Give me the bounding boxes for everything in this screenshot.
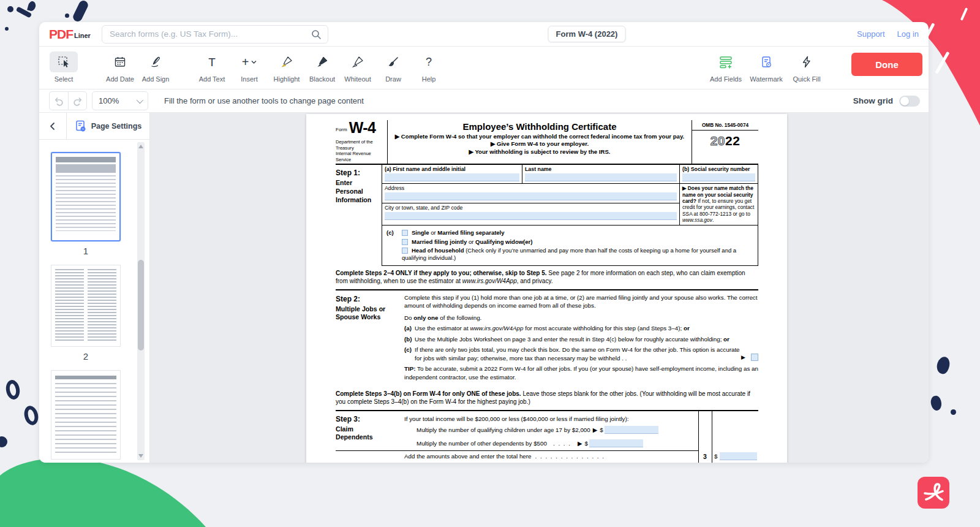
filing-status-married-jointly-checkbox[interactable] bbox=[402, 239, 408, 245]
step2c-label: (c) bbox=[404, 346, 412, 354]
select-tool-button[interactable]: Select bbox=[49, 51, 78, 83]
step3-total-field[interactable] bbox=[720, 452, 757, 460]
decoration-green-blob bbox=[0, 455, 208, 527]
ssn-field[interactable] bbox=[682, 173, 755, 181]
ssa-note: ▶ Does your name match the name on your … bbox=[680, 184, 758, 225]
scroll-up-arrow[interactable] bbox=[138, 145, 143, 148]
page-2-number: 2 bbox=[51, 347, 121, 370]
page-3-thumbnail[interactable] bbox=[51, 370, 121, 460]
step2a-text: Use the estimator at www.irs.gov/W4App f… bbox=[415, 325, 690, 332]
page-2-preview bbox=[55, 269, 116, 343]
undo-button[interactable] bbox=[49, 91, 68, 110]
city-field[interactable] bbox=[385, 212, 677, 220]
quick-fill-button[interactable]: Quick Fill bbox=[789, 51, 824, 83]
zoom-value: 100% bbox=[99, 96, 119, 105]
filing-status-single-checkbox[interactable] bbox=[402, 230, 408, 236]
form-bullet-2: ▶ Give Form W-4 to your employer. bbox=[393, 140, 687, 148]
other-dependents-amount-field[interactable] bbox=[589, 439, 643, 447]
plus-icon: + bbox=[242, 56, 249, 68]
help-button[interactable]: ? Help bbox=[414, 51, 443, 83]
scrollbar-thumb[interactable] bbox=[138, 260, 144, 351]
document-title-badge: Form W-4 (2022) bbox=[548, 26, 626, 42]
filing-status-single-label: Single or Married filing separately bbox=[412, 229, 505, 236]
filing-status-head-household-checkbox[interactable] bbox=[402, 248, 408, 254]
step2-label: Step 2: bbox=[336, 295, 404, 303]
add-date-button[interactable]: Add Date bbox=[105, 51, 135, 83]
blackout-button[interactable]: Blackout bbox=[307, 51, 337, 83]
page-settings-button[interactable]: Page Settings bbox=[67, 113, 149, 139]
last-name-field[interactable] bbox=[525, 173, 677, 181]
search-form[interactable] bbox=[102, 25, 328, 44]
question-mark-icon: ? bbox=[426, 56, 432, 67]
omb-number: OMB No. 1545-0074 bbox=[692, 120, 758, 131]
page-1-number: 1 bbox=[51, 241, 121, 265]
w4-form-page: Form W-4 Department of the Treasury Inte… bbox=[306, 114, 787, 463]
pages-sidebar: Page Settings 1 2 bbox=[39, 113, 150, 463]
support-link[interactable]: Support bbox=[857, 29, 885, 39]
decoration-ink-dot bbox=[65, 13, 69, 18]
step2b-label: (b) bbox=[404, 335, 412, 344]
step3-total-row: Add the amounts above and enter the tota… bbox=[336, 450, 758, 463]
add-text-button[interactable]: T Add Text bbox=[197, 51, 227, 83]
page-thumbnails-panel: 1 2 bbox=[39, 140, 149, 463]
done-button[interactable]: Done bbox=[851, 53, 922, 76]
text-tool-icon: T bbox=[208, 56, 216, 68]
pdf-app-icon bbox=[918, 477, 949, 509]
login-link[interactable]: Log in bbox=[897, 29, 919, 39]
step3-section: Step 3: Claim Dependents If your total i… bbox=[336, 410, 758, 463]
step2-title: Multiple Jobs or Spouse Works bbox=[336, 305, 394, 322]
form-bullet-1: ▶ Complete Form W-4 so that your employe… bbox=[393, 133, 687, 140]
step3-title: Claim Dependents bbox=[336, 425, 391, 442]
add-sign-button[interactable]: Add Sign bbox=[141, 51, 170, 83]
sidebar-scrollbar[interactable] bbox=[137, 142, 145, 460]
page-3-preview bbox=[55, 374, 116, 455]
page-2-thumbnail[interactable] bbox=[51, 265, 121, 347]
step2c-text: If there are only two jobs total, you ma… bbox=[415, 346, 740, 362]
show-grid-control: Show grid bbox=[853, 96, 920, 107]
chevron-down-icon bbox=[137, 96, 143, 103]
document-canvas[interactable]: Form W-4 Department of the Treasury Inte… bbox=[150, 113, 929, 463]
qualifying-children-amount-field[interactable] bbox=[605, 426, 658, 434]
c-label: (c) bbox=[386, 229, 394, 237]
add-fields-button[interactable]: Add Fields bbox=[708, 51, 744, 83]
whiteout-brush-icon bbox=[352, 56, 364, 68]
insert-button[interactable]: + Insert bbox=[233, 51, 266, 83]
show-grid-toggle[interactable] bbox=[899, 96, 920, 107]
form-year: 2022 bbox=[692, 134, 758, 148]
search-input[interactable] bbox=[108, 29, 311, 39]
step2-section: Step 2: Multiple Jobs or Spouse Works Co… bbox=[336, 289, 758, 387]
scroll-down-arrow[interactable] bbox=[138, 454, 143, 458]
search-icon bbox=[311, 29, 322, 40]
form-title: Employee’s Withholding Certificate bbox=[393, 121, 687, 132]
decoration-ink-comma bbox=[27, 1, 37, 12]
blackout-brush-icon bbox=[316, 56, 328, 68]
draw-button[interactable]: Draw bbox=[379, 51, 408, 83]
filing-status-head-household-label: Head of household (Check only if you’re … bbox=[402, 247, 736, 261]
top-links: Support Log in bbox=[857, 29, 919, 39]
address-label: Address bbox=[385, 185, 677, 191]
first-name-field[interactable] bbox=[385, 173, 519, 181]
step2c-two-jobs-checkbox[interactable] bbox=[751, 354, 758, 361]
page-1-thumbnail[interactable] bbox=[51, 152, 121, 241]
address-field[interactable] bbox=[385, 192, 677, 200]
whiteout-button[interactable]: Whiteout bbox=[343, 51, 372, 83]
watermark-button[interactable]: Watermark bbox=[748, 51, 784, 83]
highlight-button[interactable]: Highlight bbox=[272, 51, 301, 83]
ssn-label: (b) Social security number bbox=[682, 166, 755, 172]
zoom-select[interactable]: 100% bbox=[92, 91, 148, 110]
show-grid-label: Show grid bbox=[853, 96, 893, 105]
pdfliner-logo[interactable]: PDF Liner bbox=[49, 28, 91, 40]
collapse-sidebar-button[interactable] bbox=[39, 113, 67, 139]
first-name-label: (a) First name and middle initial bbox=[385, 166, 519, 172]
redo-button[interactable] bbox=[68, 91, 87, 110]
step1-table: (a) First name and middle initial Last n… bbox=[382, 165, 758, 266]
watermark-icon bbox=[760, 56, 772, 68]
form-bullet-3: ▶ Your withholding is subject to review … bbox=[393, 148, 687, 156]
add-fields-icon bbox=[719, 55, 733, 69]
page-settings-icon bbox=[75, 120, 87, 132]
form-header: Form W-4 Department of the Treasury Inte… bbox=[336, 120, 758, 165]
step1-label: Step 1: bbox=[336, 169, 382, 177]
step2b-text: Use the Multiple Jobs Worksheet on page … bbox=[415, 336, 729, 343]
pdfliner-app-window: PDF Liner Form W-4 (2022) Support Log in bbox=[39, 22, 929, 463]
form-word: Form bbox=[336, 127, 347, 134]
